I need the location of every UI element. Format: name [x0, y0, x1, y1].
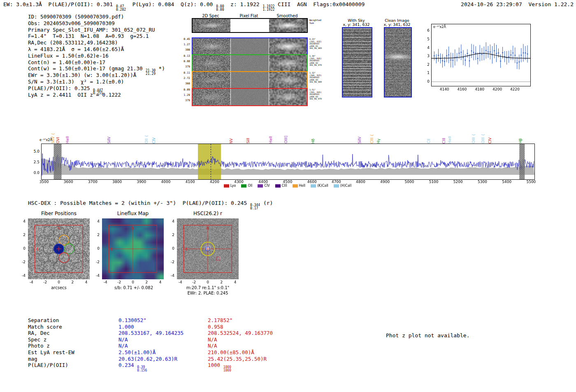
fiber-circle [44, 244, 53, 254]
x-tick-label: 4200 [207, 180, 222, 184]
fiber-circle [64, 262, 74, 271]
compass-east-label: E [111, 247, 113, 251]
text-segment: 210.00(±85.00)Å [208, 349, 254, 355]
match-1-value: N/A [118, 343, 128, 349]
emission-line-label: CIV [488, 137, 492, 144]
spec2d-row-scale-label: 0.09 [179, 88, 190, 91]
legend-swatch [311, 184, 316, 188]
spec2d-flat-image [231, 72, 269, 88]
x-tick-label: 5500 [524, 180, 539, 184]
fiber-positions-title: Fiber Positions [28, 211, 90, 216]
text-segment: Primary Spec_Slot_IFU_AMP: 301_052_072_R… [28, 27, 155, 33]
spec2d-smoothed-image [269, 55, 307, 72]
emission-line-label: Hδ [311, 139, 315, 144]
legend-item: CIII [275, 184, 287, 188]
spec2d-row-scale-label: 2.72 [179, 77, 190, 80]
spec2d-col-header-flat: Pixel Flat [230, 14, 268, 18]
y-tick-label: 1 [421, 71, 430, 75]
x-tick-label: 4140 [437, 87, 451, 91]
text-segment: z: 1.1922 [224, 1, 262, 7]
y-tick-label: 2 [421, 63, 430, 67]
text-segment: LyA z = 2.4411 OII z = 0.1222 [28, 92, 121, 98]
phot-z-note: Phot z plot not available. [386, 332, 470, 339]
legend-label: (H)CaII [340, 184, 351, 188]
legend-item: (H)CaII [334, 184, 351, 188]
spec2d-row-annotations: WeightedSum0.23"(341, 632)20240503v006_0… [309, 18, 329, 107]
panel-x-tick-label: -2 [41, 280, 49, 284]
panel-y-tick-label: 0 [92, 246, 100, 251]
spec2d-row-annotation: Sum [309, 22, 314, 25]
text-segment: (r) [260, 200, 273, 206]
fiber-circle [44, 262, 53, 271]
legend-label: CIII [282, 184, 287, 188]
hsc-image-caption2: EWr: 2. PLAE: 0.245 [171, 291, 245, 295]
fiber-circle-orange [59, 235, 69, 245]
legend-label: (K)CaII [317, 184, 328, 188]
match-1-value: 20.63(20.62,20.63)R [118, 356, 177, 362]
match-2-value: 2.17852" [208, 317, 232, 323]
hsc-image-title: HSC(26.2) r [177, 211, 239, 216]
legend-swatch [258, 184, 263, 188]
compass-north-label: N [58, 226, 60, 230]
spec2d-rows [192, 18, 309, 107]
panel-x-tick-label: 2 [68, 280, 77, 284]
panel-x-tick-label: 0 [129, 280, 137, 284]
spec2d-smoothed-image [269, 72, 307, 88]
text-segment: 0.130052" [118, 317, 146, 323]
fiber-circle [64, 226, 74, 236]
fiber-circle [54, 262, 64, 271]
spec2d-row [192, 18, 308, 33]
panel-y-tick-label: 2 [167, 233, 174, 237]
elixer-report-page: EW: 3.0±1.3Å P(LAE)/P(OII): 0.301 0.470.… [0, 0, 576, 392]
y-tick-label: 5.0 [29, 149, 39, 153]
match-2-value: 1000 10001000 [208, 362, 231, 372]
panel-x-tick-label: 4 [156, 280, 165, 284]
emission-line-label: HeII [448, 136, 452, 144]
hsc-image-overlay: NE [177, 218, 239, 279]
spec2d-spec-image [193, 72, 230, 88]
compass-north-label: N [207, 226, 209, 230]
text-segment: *) [156, 65, 165, 72]
x-tick-label: 4800 [353, 180, 368, 184]
info-line: Obs: 20240503v006_5090070309 [28, 20, 115, 26]
emission-line-label: CIII { [370, 134, 374, 144]
info-line: EWr = 3.30(±1.30) (w: 3.00(±1.20))Å [28, 72, 136, 78]
match-2-value: 210.00(±85.00)Å [208, 349, 254, 355]
text-segment: EWr = 3.30(±1.30) (w: 3.00(±1.20))Å [28, 72, 136, 78]
legend-item: HeII [293, 184, 306, 188]
fiber-positions-xlabel: arcsecs [28, 285, 90, 290]
spec2d-row-annotation: 301_RU_089 [309, 81, 322, 83]
x-tick-label: 4160 [455, 87, 469, 91]
spec2d-row-scale-label: 0.13 [179, 55, 190, 58]
text-segment: EW: 3.0±1.3Å P(LAE)/P(OII): 0.301 [3, 1, 116, 7]
compass-north-label: N [132, 226, 135, 230]
panel-y-tick-label: 0 [18, 246, 26, 251]
compass-east-label: E [186, 247, 188, 251]
text-segment: 1.000 [118, 324, 134, 330]
text-segment: N/A [118, 336, 128, 343]
spec2d-row-scale-label: 0.45 [179, 38, 190, 41]
fiber-circle [69, 253, 79, 262]
y-tick-label: 0.0 [29, 171, 39, 175]
panel-x-tick-label: 4 [231, 280, 239, 284]
panel-y-tick-label: -4 [167, 274, 174, 278]
spec2d-spec-image [193, 55, 230, 72]
emission-line-label: OIII { [481, 134, 485, 144]
line-fit-ylabel: e⁻¹⁷x2Å [433, 25, 446, 29]
spec2d-row-scale-label: 380 [179, 49, 190, 51]
legend-label: CIV [264, 184, 269, 188]
y-tick-label: 6 [421, 28, 430, 32]
fiber-circle-green [64, 244, 74, 254]
info-line: LineFlux = 1.50(±0.62)e-16 [28, 53, 109, 59]
legend-label: Lyα [230, 184, 236, 188]
match-2-value: 25.42(25.35,25.50)R [208, 356, 267, 362]
spec2d-row [192, 54, 308, 72]
text-segment: 0.958 [208, 324, 223, 330]
x-tick-label: 4000 [158, 180, 173, 184]
match-1-value: N/A [118, 336, 128, 343]
spec2d-row-scale-label: 1.29 [179, 94, 190, 97]
text-segment: F=1.4" T=0.131 N=1.08 A=0.93 g=25.1 [28, 33, 149, 39]
emission-line-label: SiII [246, 138, 250, 144]
stacked-value: 0.3440.17 [250, 204, 260, 210]
match-table-row-label: mag [28, 356, 37, 362]
